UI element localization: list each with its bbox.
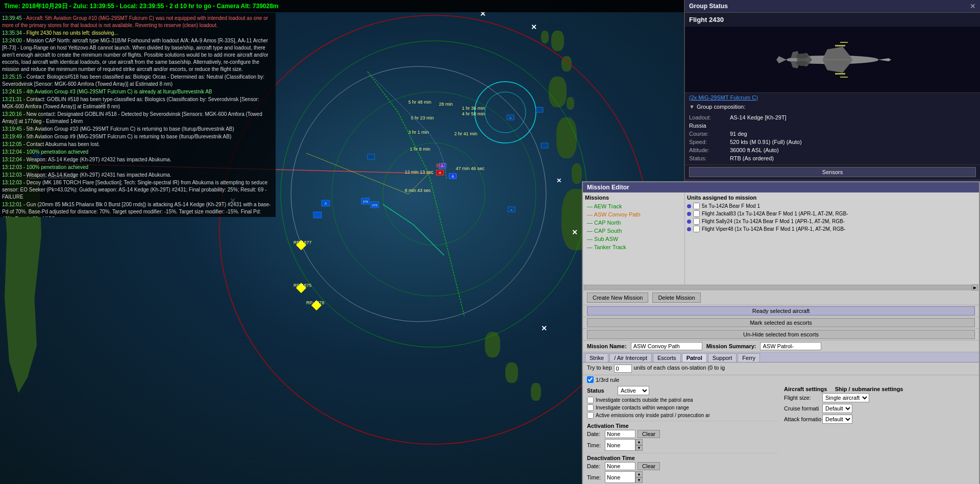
investigate-outside-cb[interactable] <box>587 397 594 403</box>
create-mission-btn[interactable]: Create New Mission <box>587 293 648 303</box>
unit-label-4: Flight Viper48 (1x Tu-142A Bear F Mod 1 … <box>702 226 845 232</box>
svg-point-64 <box>796 54 808 59</box>
cruise-formation-select[interactable]: Default <box>822 404 852 413</box>
deact-date-input[interactable] <box>605 462 635 470</box>
mission-name-input[interactable] <box>631 342 702 350</box>
me-scrollbar[interactable] <box>584 285 972 289</box>
deact-time-input[interactable] <box>605 471 635 483</box>
act-date-clear-btn[interactable]: Clear <box>638 430 660 438</box>
me-status-row: Status Active Inactive <box>587 386 778 395</box>
investigate-within-label: Investigate contacts within weapon range <box>596 405 689 410</box>
mission-aew-track[interactable]: — AEW Track <box>585 202 682 210</box>
msg-7: 13:20:16 - New contact: Designated GOBLI… <box>2 111 274 125</box>
aircraft-silhouette-svg <box>761 32 904 88</box>
deact-time-spin-up[interactable]: ▲ <box>635 471 643 477</box>
try-to-keep-suffix: units of each class on-station (0 to ig <box>634 365 725 373</box>
deact-date-clear-btn[interactable]: Clear <box>638 462 660 470</box>
tab-strike[interactable]: Strike <box>585 353 608 362</box>
speed-label: Speed: <box>689 139 730 145</box>
me-scrollbar-row: ▶ <box>583 284 979 291</box>
deact-time-spin-down[interactable]: ▼ <box>635 477 643 483</box>
me-status-select[interactable]: Active Inactive <box>618 386 649 395</box>
mark-escorts-btn[interactable]: Mark selected as escorts <box>587 318 975 327</box>
tab-air-intercept[interactable]: / Air Intercept <box>609 353 652 362</box>
sensors-button[interactable]: Sensors <box>689 167 976 177</box>
island-4 <box>567 97 574 110</box>
mission-name-label: Mission Name: <box>587 343 627 349</box>
svg-marker-58 <box>822 47 853 60</box>
onethird-label: 1/3rd rule <box>596 377 619 383</box>
activation-time-title: Activation Time <box>587 421 778 429</box>
msg-5: 13:24:15 - 4th Aviation Group #3 (MiG-29… <box>2 88 274 95</box>
try-to-keep-input[interactable] <box>614 365 632 373</box>
unit-checkbox-2[interactable] <box>693 210 700 217</box>
deact-time-label: Time: <box>587 474 605 480</box>
svg-rect-66 <box>835 45 845 46</box>
mission-cap-south[interactable]: — CAP South <box>585 227 682 235</box>
active-emissions-cb[interactable] <box>587 412 594 419</box>
tab-patrol[interactable]: Patrol <box>682 353 707 362</box>
investigate-within-cb[interactable] <box>587 404 594 411</box>
msg-4: 13:25:15 - Contact: Biologics#518 has be… <box>2 74 274 88</box>
attack-formation-select[interactable]: Default <box>822 415 852 424</box>
ready-aircraft-btn[interactable]: Ready selected aircraft <box>587 306 975 316</box>
svg-marker-59 <box>822 60 853 72</box>
unit-label-1: 5x Tu-142A Bear F Mod 1 <box>702 203 760 209</box>
expand-arrow[interactable]: ▼ <box>689 104 695 110</box>
unit-dot-1 <box>687 204 691 208</box>
flight-size-label: Flight size: <box>784 395 822 401</box>
act-time-row: Time: ▲ ▼ <box>587 439 778 451</box>
altitude-label: Altitude: <box>689 147 730 153</box>
unit-checkbox-3[interactable] <box>693 218 700 225</box>
lower-island-3 <box>531 383 541 401</box>
flight-size-row: Flight size: Single aircraft 2 aircraft … <box>784 393 975 402</box>
svg-rect-67 <box>835 73 845 75</box>
mission-sub-asw[interactable]: — Sub ASW <box>585 235 682 243</box>
deactivation-time-title: Deactivation Time <box>587 453 778 461</box>
course-label: Course: <box>689 131 730 137</box>
flight-size-select[interactable]: Single aircraft 2 aircraft 4 aircraft <box>822 393 869 402</box>
tab-support[interactable]: Support <box>708 353 737 362</box>
mission-summary-input[interactable] <box>760 342 821 350</box>
scroll-right-btn[interactable]: ▶ <box>972 284 978 291</box>
unit-dot-3 <box>687 220 691 224</box>
cruise-formation-label: Cruise formati <box>784 405 822 412</box>
altitude-value: 36000 ft ASL (Auto) <box>730 147 779 153</box>
mission-cap-north[interactable]: — CAP North <box>585 219 682 227</box>
status-row: Status: RTB (As ordered) <box>689 154 976 162</box>
time-display: Time: 2018年10月29日 - Zulu: 13:39:55 - Loc… <box>4 2 279 11</box>
msg-6: 13:21:31 - Contact: GOBLIN #518 has been… <box>2 96 274 110</box>
altitude-row: Altitude: 36000 ft ASL (Auto) <box>689 146 976 154</box>
unit-checkbox-4[interactable] <box>693 226 700 232</box>
onethird-checkbox[interactable] <box>587 376 594 383</box>
group-status-title: Group Status <box>689 3 728 10</box>
mission-tanker-track[interactable]: — Tanker Track <box>585 243 682 251</box>
me-onethird-row: 1/3rd rule <box>583 375 979 384</box>
unit-checkbox-1[interactable] <box>693 203 700 209</box>
deact-time-row: Time: ▲ ▼ <box>587 471 778 483</box>
tab-ferry[interactable]: Ferry <box>738 353 760 362</box>
island-1 <box>551 31 564 51</box>
svg-rect-69 <box>840 77 848 78</box>
delete-mission-btn[interactable]: Delete Mission <box>652 293 700 303</box>
unhide-escorts-btn[interactable]: Un-Hide selected from escorts <box>587 330 975 339</box>
mission-summary-label: Mission Summary: <box>706 343 756 349</box>
msg-12: 13:12:04 - Weapon: AS-14 Kedge (Kh-29T) … <box>2 156 274 163</box>
msg-9: 13:19:49 - 5th Aviation Group #9 (MiG-29… <box>2 133 274 140</box>
island-5 <box>556 117 577 158</box>
group-composition-row: ▼ Group composition: <box>685 102 980 111</box>
act-date-input[interactable] <box>605 430 635 438</box>
act-time-input[interactable] <box>605 439 635 451</box>
tab-escorts[interactable]: Escorts <box>653 353 681 362</box>
attack-formation-label: Attack formatio <box>784 416 822 422</box>
me-unhide-row: Un-Hide selected from escorts <box>583 329 979 341</box>
aircraft-type-link[interactable]: (2x MiG-29SMT Fulcrum C) <box>685 93 980 102</box>
act-time-spin-down[interactable]: ▼ <box>635 445 643 451</box>
msg-14: 13:12:03 - Weapon: AS-14 Kedge (Kh-29T) … <box>2 172 274 179</box>
aircraft-image-area <box>685 27 980 93</box>
unit-dot-2 <box>687 212 691 216</box>
act-time-spin-up[interactable]: ▲ <box>635 439 643 445</box>
mission-asw-convoy[interactable]: — ASW Convoy Path <box>585 210 682 219</box>
close-button[interactable]: ✕ <box>970 2 976 10</box>
me-mark-row: Mark selected as escorts <box>583 317 979 329</box>
